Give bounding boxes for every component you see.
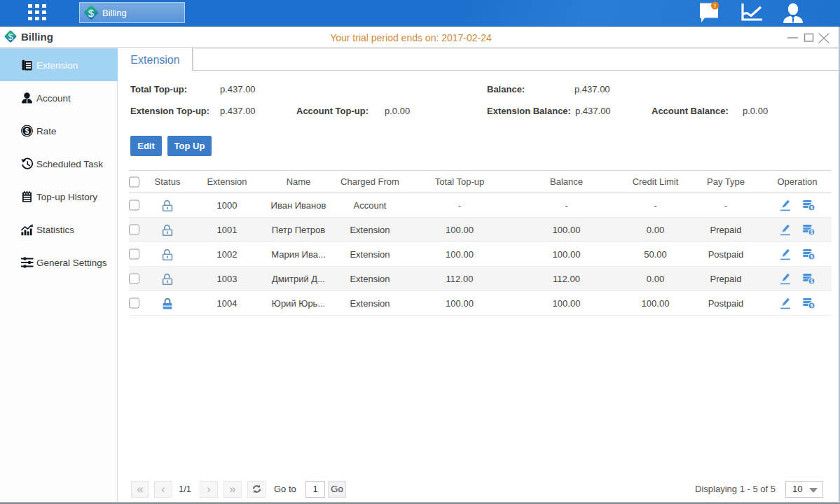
svg-text:$: $ <box>88 7 95 19</box>
svg-text:$: $ <box>811 254 813 260</box>
svg-text:!: ! <box>714 3 716 9</box>
svg-text:$: $ <box>811 205 813 211</box>
svg-text:$: $ <box>811 279 813 284</box>
svg-text:$: $ <box>25 127 29 134</box>
svg-text:$: $ <box>811 230 813 235</box>
svg-text:$: $ <box>811 303 813 309</box>
